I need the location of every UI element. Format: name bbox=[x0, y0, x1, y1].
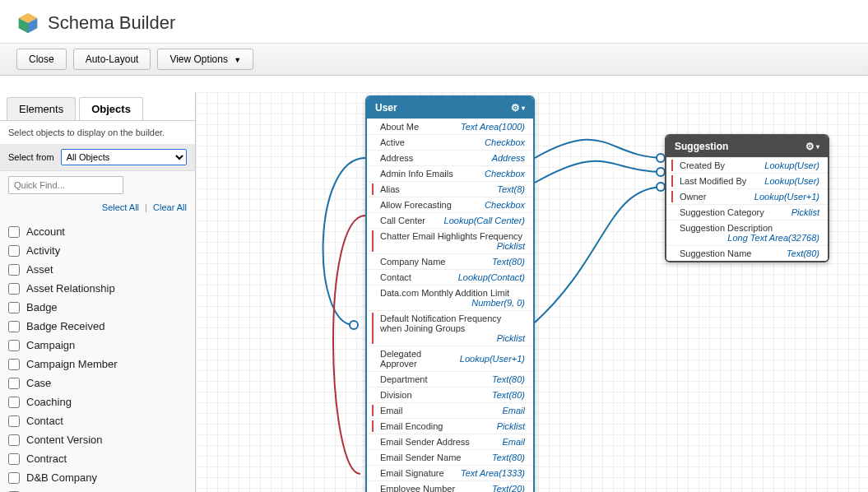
field-name: About Me bbox=[375, 122, 419, 132]
field-name: Suggestion Name bbox=[675, 248, 751, 258]
field-row[interactable]: Email EncodingPicklist bbox=[367, 418, 533, 434]
object-checkbox[interactable] bbox=[8, 378, 20, 389]
clear-all-link[interactable]: Clear All bbox=[153, 202, 187, 212]
object-checkbox[interactable] bbox=[8, 359, 20, 370]
field-name: Division bbox=[375, 390, 412, 400]
object-checkbox[interactable] bbox=[8, 302, 20, 313]
field-row[interactable]: DepartmentText(80) bbox=[367, 371, 533, 387]
object-label: Coaching bbox=[26, 396, 72, 408]
field-type: Picklist bbox=[497, 333, 525, 343]
object-label: Content Version bbox=[26, 434, 103, 446]
field-row[interactable]: Default Notification Frequency when Join… bbox=[367, 310, 533, 346]
field-row[interactable]: Created ByLookup(User) bbox=[666, 157, 828, 173]
field-name: Email Sender Address bbox=[375, 437, 470, 447]
field-type: Picklist bbox=[497, 421, 525, 431]
field-name: Delegated Approver bbox=[375, 349, 460, 369]
field-name: Email Signature bbox=[375, 468, 444, 478]
field-row[interactable]: Email Sender AddressEmail bbox=[367, 434, 533, 449]
node-header[interactable]: Suggestion ⚙▾ bbox=[666, 136, 828, 157]
object-list-item[interactable]: Asset Relationship bbox=[8, 279, 187, 298]
object-checkbox[interactable] bbox=[8, 397, 20, 408]
field-row[interactable]: Employee NumberText(20) bbox=[367, 480, 533, 492]
tab-elements[interactable]: Elements bbox=[7, 97, 76, 120]
object-list-item[interactable]: Asset bbox=[8, 260, 187, 279]
object-label: Badge Received bbox=[26, 320, 104, 332]
view-options-button[interactable]: View Options ▼ bbox=[157, 49, 253, 70]
schema-node-user[interactable]: User ⚙▾ About MeText Area(1000)ActiveChe… bbox=[365, 95, 535, 492]
field-row[interactable]: OwnerLookup(User+1) bbox=[666, 188, 828, 204]
object-label: Campaign bbox=[26, 339, 75, 351]
field-type: Text(8) bbox=[497, 184, 525, 194]
gear-icon[interactable]: ⚙▾ bbox=[511, 102, 525, 114]
field-name: Email bbox=[375, 406, 403, 415]
field-type: Lookup(User) bbox=[764, 160, 819, 170]
field-type: Lookup(User) bbox=[764, 176, 819, 186]
auto-layout-button[interactable]: Auto-Layout bbox=[73, 49, 151, 70]
field-row[interactable]: ActiveCheckbox bbox=[367, 134, 533, 150]
field-name: Department bbox=[375, 374, 427, 384]
field-type: Checkbox bbox=[485, 137, 525, 147]
object-list-item[interactable]: Badge bbox=[8, 298, 187, 317]
object-list-item[interactable]: Badge Received bbox=[8, 317, 187, 336]
schema-node-suggestion[interactable]: Suggestion ⚙▾ Created ByLookup(User)Last… bbox=[665, 134, 829, 262]
object-list-item[interactable]: Case bbox=[8, 374, 187, 392]
node-title: User bbox=[375, 102, 397, 114]
field-row[interactable]: Last Modified ByLookup(User) bbox=[666, 173, 828, 188]
caret-down-icon: ▼ bbox=[234, 56, 241, 64]
canvas[interactable]: User ⚙▾ About MeText Area(1000)ActiveChe… bbox=[196, 92, 868, 492]
object-checkbox[interactable] bbox=[8, 434, 20, 446]
field-row[interactable]: Data.com Monthly Addition LimitNumber(9,… bbox=[367, 285, 533, 310]
field-row[interactable]: Delegated ApproverLookup(User+1) bbox=[367, 346, 533, 371]
object-list-item[interactable]: Campaign Member bbox=[8, 355, 187, 374]
field-name: Data.com Monthly Addition Limit bbox=[375, 288, 509, 298]
field-row[interactable]: About MeText Area(1000) bbox=[367, 118, 533, 134]
field-type: Number(9, 0) bbox=[471, 298, 525, 308]
field-row[interactable]: Admin Info EmailsCheckbox bbox=[367, 165, 533, 181]
object-checkbox[interactable] bbox=[8, 415, 20, 427]
object-list-item[interactable]: Coaching bbox=[8, 392, 187, 411]
field-row[interactable]: AddressAddress bbox=[367, 150, 533, 165]
select-all-link[interactable]: Select All bbox=[102, 202, 139, 212]
field-row[interactable]: Call CenterLookup(Call Center) bbox=[367, 212, 533, 228]
object-checkbox[interactable] bbox=[8, 472, 20, 484]
field-row[interactable]: Email Sender NameText(80) bbox=[367, 449, 533, 465]
object-list-item[interactable]: D&B Company bbox=[8, 468, 187, 487]
object-checkbox[interactable] bbox=[8, 264, 20, 276]
object-list-item[interactable]: Contract bbox=[8, 449, 187, 468]
object-list-item[interactable]: Campaign bbox=[8, 336, 187, 355]
field-row[interactable]: Email SignatureText Area(1333) bbox=[367, 465, 533, 480]
field-row[interactable]: Company NameText(80) bbox=[367, 253, 533, 269]
field-row[interactable]: ContactLookup(Contact) bbox=[367, 269, 533, 285]
field-name: Default Notification Frequency when Join… bbox=[375, 313, 525, 333]
quick-find-input[interactable] bbox=[8, 176, 123, 194]
object-label: Badge bbox=[26, 301, 58, 313]
field-row[interactable]: Suggestion CategoryPicklist bbox=[666, 204, 828, 220]
close-button[interactable]: Close bbox=[16, 49, 67, 70]
object-checkbox[interactable] bbox=[8, 340, 20, 351]
field-type: Text(80) bbox=[787, 248, 819, 258]
field-row[interactable]: EmailEmail bbox=[367, 402, 533, 418]
object-checkbox[interactable] bbox=[8, 226, 20, 238]
field-row[interactable]: Suggestion DescriptionLong Text Area(327… bbox=[666, 220, 828, 245]
field-row[interactable]: Allow ForecastingCheckbox bbox=[367, 197, 533, 212]
field-row[interactable]: Chatter Email Highlights FrequencyPickli… bbox=[367, 228, 533, 253]
object-checkbox[interactable] bbox=[8, 321, 20, 332]
svg-point-3 bbox=[350, 321, 358, 329]
object-list-item[interactable]: Contact bbox=[8, 411, 187, 430]
object-checkbox[interactable] bbox=[8, 453, 20, 465]
object-checkbox[interactable] bbox=[8, 245, 20, 257]
field-name: Call Center bbox=[375, 216, 425, 225]
object-list-item[interactable]: Account bbox=[8, 222, 187, 241]
tab-objects[interactable]: Objects bbox=[79, 97, 143, 120]
select-from-dropdown[interactable]: All Objects bbox=[61, 149, 187, 165]
gear-icon[interactable]: ⚙▾ bbox=[805, 141, 819, 152]
field-row[interactable]: DivisionText(80) bbox=[367, 387, 533, 402]
object-checkbox[interactable] bbox=[8, 283, 20, 295]
object-list[interactable]: AccountActivityAssetAsset RelationshipBa… bbox=[0, 219, 195, 492]
object-list-item[interactable]: Activity bbox=[8, 241, 187, 260]
node-header[interactable]: User ⚙▾ bbox=[367, 97, 533, 118]
field-row[interactable]: Suggestion NameText(80) bbox=[666, 245, 828, 261]
object-list-item[interactable]: Duplicate Record Item bbox=[8, 487, 187, 492]
field-row[interactable]: AliasText(8) bbox=[367, 181, 533, 197]
object-list-item[interactable]: Content Version bbox=[8, 430, 187, 449]
